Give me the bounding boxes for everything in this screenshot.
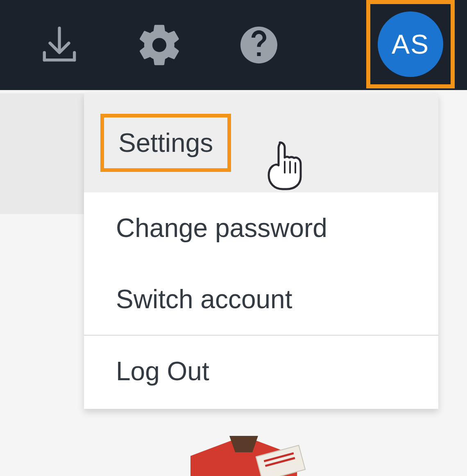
menu-item-settings[interactable]: Settings bbox=[84, 93, 438, 192]
menu-item-label: Settings bbox=[100, 114, 231, 172]
menu-item-change-password[interactable]: Change password bbox=[84, 192, 438, 264]
menu-item-log-out[interactable]: Log Out bbox=[84, 336, 438, 407]
avatar-initials: AS bbox=[392, 29, 429, 60]
menu-item-label: Switch account bbox=[116, 284, 292, 314]
avatar-highlight: AS bbox=[366, 0, 455, 88]
user-avatar[interactable]: AS bbox=[378, 11, 443, 77]
help-icon[interactable] bbox=[237, 23, 281, 67]
background-stripe bbox=[0, 93, 84, 214]
gear-icon[interactable] bbox=[135, 21, 184, 69]
menu-item-label: Log Out bbox=[116, 356, 209, 386]
menu-item-label: Change password bbox=[116, 213, 327, 243]
menu-item-switch-account[interactable]: Switch account bbox=[84, 264, 438, 335]
top-bar: AS bbox=[0, 0, 467, 90]
download-icon[interactable] bbox=[37, 23, 82, 68]
background-illustration bbox=[172, 436, 315, 476]
user-menu-dropdown: Settings Change password Switch account … bbox=[84, 93, 438, 409]
